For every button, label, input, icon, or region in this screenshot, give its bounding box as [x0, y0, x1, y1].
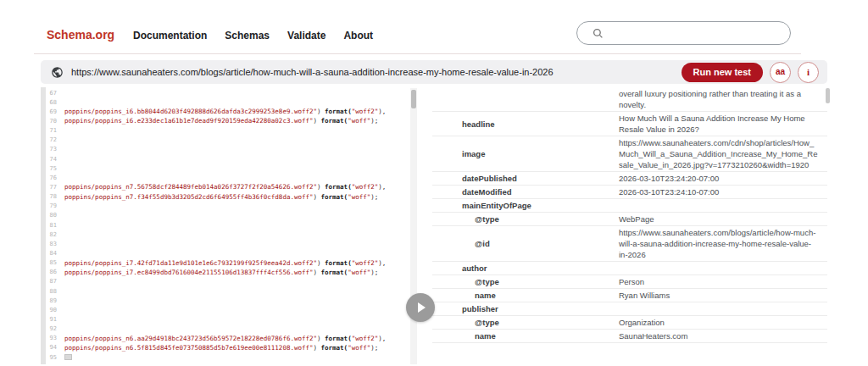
code-line: 80 [46, 211, 409, 220]
line-number: 69 [46, 108, 64, 115]
code-line: 89 [46, 296, 409, 305]
table-row: image https://www.saunaheaters.com/cdn/s… [432, 136, 827, 172]
code-line: 84 [46, 248, 409, 258]
table-row: name Ryan Williams [432, 289, 827, 302]
line-number: 80 [46, 212, 64, 219]
table-row: @type WebPage [432, 213, 827, 226]
table-row: @type Person [432, 275, 827, 289]
source-code-panel[interactable]: 67 68 69 poppins/poppins_i6.bb8044d6203f… [46, 88, 409, 364]
code-line-text: poppins/poppins_n7.56758dcf284489feb014a… [64, 183, 386, 191]
table-row: author [432, 262, 827, 275]
line-number: 77 [46, 184, 64, 191]
line-number: 75 [46, 165, 64, 172]
table-row: headline How Much Will a Sauna Addition … [432, 112, 827, 136]
nav-item-validate[interactable]: Validate [287, 30, 326, 42]
code-line-text [64, 353, 72, 361]
info-icon[interactable]: i [798, 62, 819, 83]
code-line: 81 [46, 220, 409, 230]
run-new-test-button[interactable]: Run new test [682, 63, 763, 82]
table-row: dateModified 2026-03-10T23:24:10-07:00 [432, 186, 827, 199]
code-line-text: poppins/poppins_i6.e233dec1a61b1e7dead9f… [64, 117, 378, 125]
code-line: 87 [46, 277, 409, 286]
property-value: overall luxury positioning rather than t… [619, 88, 827, 110]
line-number: 94 [46, 344, 64, 351]
line-number: 85 [46, 259, 64, 266]
table-row: overall luxury positioning rather than t… [432, 87, 827, 112]
code-line: 72 [46, 136, 409, 145]
code-line: 94 poppins/poppins_n6.5f815d845fe0737508… [46, 343, 409, 352]
schema-validator-page: Schema.org Documentation Schemas Validat… [0, 0, 868, 366]
line-number: 74 [46, 156, 64, 163]
property-name: @type [432, 276, 619, 287]
line-number: 68 [46, 99, 64, 106]
line-number: 87 [46, 278, 64, 285]
property-name: image [432, 148, 619, 159]
property-value: https://www.saunaheaters.com/cdn/shop/ar… [619, 137, 827, 170]
table-row: @type Organization [432, 316, 827, 330]
line-number: 88 [46, 288, 64, 295]
code-line: 90 [46, 305, 409, 314]
nav-item-schemas[interactable]: Schemas [225, 30, 270, 42]
code-line: 79 [46, 202, 409, 211]
search-input[interactable] [576, 21, 791, 45]
code-line: 93 poppins/poppins_n6.aa29d4918bc243723d… [46, 334, 409, 343]
line-number: 86 [46, 269, 64, 275]
play-icon [418, 302, 426, 313]
property-value: https://www.saunaheaters.com/blogs/artic… [619, 227, 827, 260]
code-line-text: poppins/poppins_n6.aa29d4918bc243723d56b… [64, 335, 386, 342]
code-line: 82 [46, 230, 409, 239]
property-value: 2026-03-10T23:24:20-07:00 [619, 173, 827, 184]
property-name: @id [432, 238, 619, 249]
code-line: 91 [46, 314, 409, 324]
code-line: 73 [46, 145, 409, 154]
code-line: 77 poppins/poppins_n7.56758dcf284489feb0… [46, 182, 409, 191]
line-number: 93 [46, 335, 64, 341]
code-line: 69 poppins/poppins_i6.bb8044d6203f492888… [46, 107, 409, 116]
line-number: 90 [46, 307, 64, 313]
code-view-toggle-icon[interactable]: aa [770, 62, 791, 83]
line-number: 76 [46, 175, 64, 181]
code-line: 95 [46, 352, 409, 362]
code-panel-scrollbar[interactable] [410, 88, 417, 364]
property-name: name [432, 330, 619, 341]
results-scrollbar-thumb[interactable] [826, 88, 830, 103]
line-number: 91 [46, 316, 64, 323]
property-name: datePublished [432, 173, 619, 184]
line-number: 84 [46, 250, 64, 257]
code-line: 76 [46, 173, 409, 182]
property-value: Ryan Williams [619, 290, 827, 301]
structured-data-table: overall luxury positioning rather than t… [432, 87, 827, 343]
code-line: 74 [46, 154, 409, 164]
line-number: 71 [46, 127, 64, 134]
line-number: 73 [46, 146, 64, 152]
tested-url-text[interactable]: https://www.saunaheaters.com/blogs/artic… [71, 67, 554, 77]
property-name: mainEntityOfPage [432, 200, 619, 211]
code-line: 85 poppins/poppins_i7.42fd71da11e9d101e1… [46, 258, 409, 268]
globe-icon [51, 66, 64, 79]
line-number: 67 [46, 90, 64, 97]
property-name: name [432, 290, 619, 301]
table-row: @id https://www.saunaheaters.com/blogs/a… [432, 226, 827, 262]
line-number: 92 [46, 325, 64, 332]
line-number: 83 [46, 241, 64, 247]
table-row: name SaunaHeaters.com [432, 330, 827, 343]
aa-icon: aa [776, 68, 785, 76]
schema-org-logo[interactable]: Schema.org [47, 28, 114, 42]
property-value: Organization [619, 317, 827, 328]
line-number: 81 [46, 222, 64, 229]
line-number: 82 [46, 231, 64, 238]
nav-item-documentation[interactable]: Documentation [133, 30, 207, 42]
code-line: 67 [46, 88, 409, 97]
line-number: 79 [46, 202, 64, 209]
property-value: 2026-03-10T23:24:10-07:00 [619, 186, 827, 197]
property-value: How Much Will a Sauna Addition Increase … [619, 113, 827, 135]
code-line-text: poppins/poppins_n7.f34f55d9b3d3205d2cd6f… [64, 193, 378, 201]
table-row: mainEntityOfPage [432, 199, 827, 213]
table-row: datePublished 2026-03-10T23:24:20-07:00 [432, 172, 827, 186]
property-value: Person [619, 276, 827, 287]
nav-item-about[interactable]: About [343, 30, 373, 42]
line-number: 95 [46, 354, 64, 361]
code-line-text: poppins/poppins_i7.ec8499dbd7616004e2115… [64, 269, 378, 276]
code-scrollbar-thumb[interactable] [411, 90, 416, 108]
panel-expand-button[interactable] [406, 293, 435, 322]
